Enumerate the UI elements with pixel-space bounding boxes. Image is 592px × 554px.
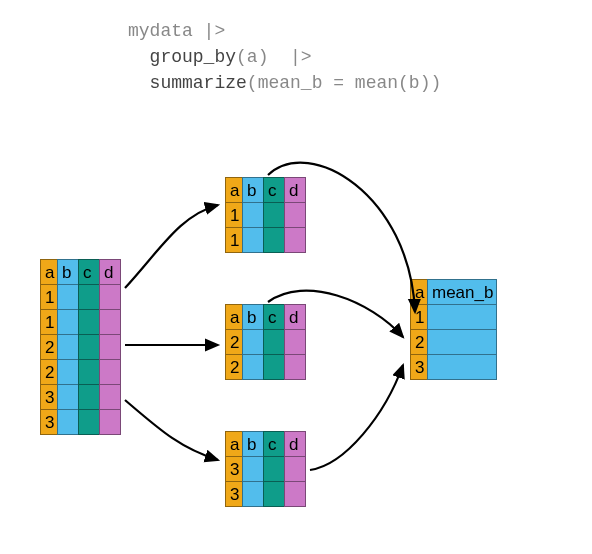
source-table: abcd 1 1 2 2 3 3 <box>40 260 120 435</box>
col-header-b: b <box>57 259 79 285</box>
col-header-c: c <box>78 259 100 285</box>
result-header-a: a <box>410 279 428 305</box>
fn-summarize: summarize <box>150 73 247 93</box>
result-table: amean_b 1 2 3 <box>410 280 496 380</box>
col-header-d: d <box>99 259 121 285</box>
group-table-2: abcd 2 2 <box>225 305 305 380</box>
arrow-source-to-group3 <box>125 400 218 460</box>
col-header-a: a <box>40 259 58 285</box>
arrow-group3-to-result <box>310 365 403 470</box>
code-line-1: mydata |> <box>128 21 225 41</box>
group-table-1: abcd 1 1 <box>225 178 305 253</box>
fn-group-by: group_by <box>150 47 236 67</box>
result-header-meanb: mean_b <box>427 279 497 305</box>
code-block: mydata |> group_by(a) |> summarize(mean_… <box>128 18 441 96</box>
group-table-3: abcd 3 3 <box>225 432 305 507</box>
arrow-source-to-group1 <box>125 205 218 288</box>
